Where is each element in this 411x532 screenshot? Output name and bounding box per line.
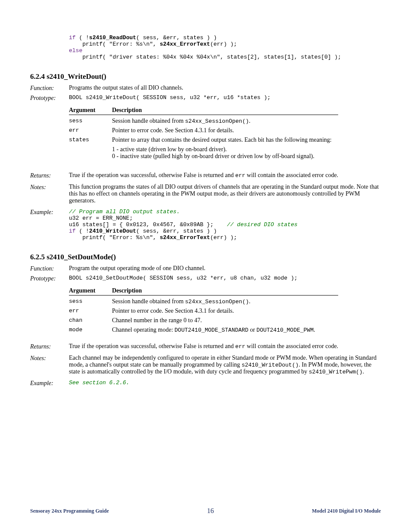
arg-sess-desc: Session handle obtained from s24xx_Sessi… (112, 298, 338, 305)
label-returns: Returns: (30, 172, 69, 179)
text-function: Program the output operating mode of one… (69, 265, 381, 272)
table-header-description: Description (112, 287, 338, 294)
label-example: Example: (30, 380, 69, 387)
arg-chan-desc: Channel number in the range 0 to 47. (112, 317, 338, 324)
arg-err-desc: Pointer to error code. See Section 4.3.1… (112, 308, 338, 314)
label-prototype: Prototype: (30, 275, 69, 282)
label-notes: Notes: (30, 355, 69, 362)
footer-right: Model 2410 Digital I/O Module (312, 508, 381, 514)
table-header-argument: Argument (69, 107, 112, 114)
heading-setdoutmode: 6.2.5 s2410_SetDoutMode() (30, 253, 381, 261)
arg-mode-desc: Channel operating mode: DOUT2410_MODE_ST… (112, 327, 338, 333)
text-prototype: BOOL s2410_SetDoutMode( SESSION sess, u3… (69, 275, 381, 281)
table-header-argument: Argument (69, 287, 112, 294)
label-function: Function: (30, 265, 69, 272)
footer-page-number: 16 (207, 507, 214, 515)
arg-sess: sess (69, 118, 112, 124)
page-footer: Sensoray 24xx Programming Guide 16 Model… (30, 507, 381, 515)
arg-chan: chan (69, 317, 112, 324)
arg-err: err (69, 127, 112, 134)
label-prototype: Prototype: (30, 94, 69, 102)
argument-table: Argument Description sess Session handle… (69, 107, 338, 160)
label-notes: Notes: (30, 184, 69, 191)
text-returns: True if the operation was successful, ot… (69, 343, 381, 350)
text-notes: Each channel may be independently config… (69, 355, 381, 375)
table-header-description: Description (112, 107, 338, 114)
text-notes: This function programs the states of all… (69, 184, 381, 204)
arg-sess: sess (69, 298, 112, 305)
footer-left: Sensoray 24xx Programming Guide (30, 508, 109, 514)
arg-states-desc: Pointer to array that contains the desir… (112, 137, 338, 160)
prev-example-code: if ( !s2410_ReadDout( sess, &err, states… (69, 34, 381, 60)
example-ref: See section 6.2.6. (69, 380, 381, 386)
example-code: // Program all DIO output states. u32 er… (69, 208, 381, 241)
text-returns: True if the operation was successful, ot… (69, 172, 381, 179)
arg-mode: mode (69, 327, 112, 333)
text-function: Programs the output states of all DIO ch… (69, 84, 381, 91)
label-returns: Returns: (30, 343, 69, 350)
argument-table: Argument Description sess Session handle… (69, 287, 338, 333)
text-prototype: BOOL s2410_WriteDout( SESSION sess, u32 … (69, 94, 381, 101)
label-example: Example: (30, 208, 69, 216)
arg-states: states (69, 137, 112, 143)
heading-writedout: 6.2.4 s2410_WriteDout() (30, 72, 381, 81)
label-function: Function: (30, 84, 69, 92)
arg-err: err (69, 308, 112, 314)
arg-err-desc: Pointer to error code. See Section 4.3.1… (112, 127, 338, 134)
arg-sess-desc: Session handle obtained from s24xx_Sessi… (112, 118, 338, 124)
